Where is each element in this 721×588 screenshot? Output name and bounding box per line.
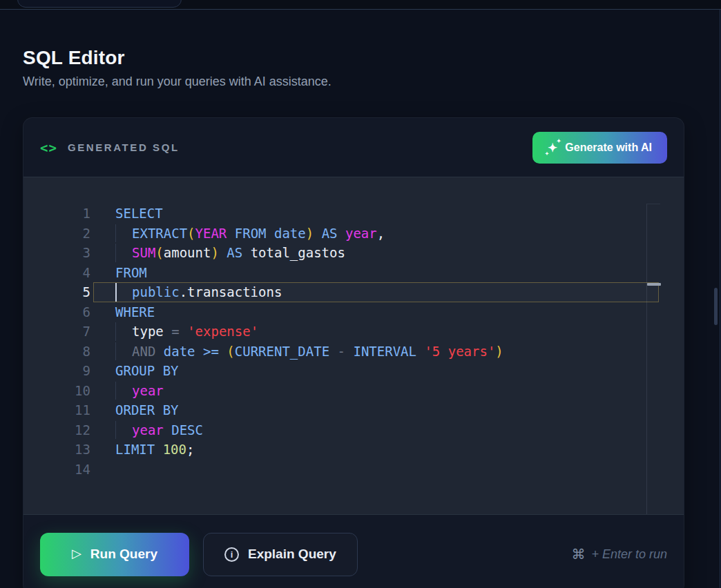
top-cutoff-element xyxy=(17,0,182,8)
line-number: 13 xyxy=(23,440,90,460)
token: amount xyxy=(164,245,211,260)
token: SELECT xyxy=(115,206,163,221)
token: DESC xyxy=(171,422,203,438)
token: WHERE xyxy=(115,304,155,320)
token: date xyxy=(274,226,306,241)
code-line-9[interactable]: 9GROUP BY xyxy=(23,361,684,381)
panel-footer: ▷ Run Query i Explain Query ⌘ + Enter to… xyxy=(23,515,684,588)
code-line-content: AND date >= (CURRENT_DATE - INTERVAL '5 … xyxy=(93,342,659,362)
token: FROM xyxy=(235,226,267,241)
line-number: 4 xyxy=(23,263,90,283)
line-number: 14 xyxy=(23,460,90,480)
token: '5 years' xyxy=(424,344,495,359)
indent-guide xyxy=(115,322,132,341)
line-number: 12 xyxy=(23,420,90,440)
code-line-content: SUM(amount) AS total_gastos xyxy=(93,243,659,263)
token xyxy=(164,324,171,339)
main-content: SQL Editor Write, optimize, and run your… xyxy=(0,10,721,588)
code-line-content: EXTRACT(YEAR FROM date) AS year, xyxy=(93,224,659,244)
token: SUM xyxy=(132,245,155,260)
code-line-11[interactable]: 11ORDER BY xyxy=(23,400,684,420)
code-line-content: SELECT xyxy=(93,204,659,224)
play-icon: ▷ xyxy=(72,546,81,561)
code-line-content: ORDER BY xyxy=(93,400,659,420)
line-number: 2 xyxy=(23,224,90,244)
code-line-content: year xyxy=(93,381,659,401)
token: ) xyxy=(211,245,218,260)
token: YEAR xyxy=(195,226,227,241)
code-line-content: year DESC xyxy=(93,420,659,440)
explain-query-label: Explain Query xyxy=(248,547,336,562)
code-line-1[interactable]: 1SELECT xyxy=(23,204,684,224)
line-number: 6 xyxy=(23,302,90,322)
run-query-button[interactable]: ▷ Run Query xyxy=(40,533,189,576)
token xyxy=(329,344,337,359)
command-key-icon: ⌘ xyxy=(571,546,585,562)
code-line-content: LIMIT 100; xyxy=(93,440,659,460)
token: transactions xyxy=(187,284,282,300)
code-line-4[interactable]: 4FROM xyxy=(23,263,684,283)
token: ORDER BY xyxy=(115,402,179,418)
code-line-8[interactable]: 8AND date >= (CURRENT_DATE - INTERVAL '5… xyxy=(23,342,684,362)
token: ; xyxy=(186,442,194,457)
code-line-5[interactable]: 5public.transactions xyxy=(23,282,684,302)
token: 'expense' xyxy=(187,324,258,339)
token: date xyxy=(164,344,195,359)
code-line-2[interactable]: 2EXTRACT(YEAR FROM date) AS year, xyxy=(23,224,684,244)
code-line-12[interactable]: 12year DESC xyxy=(23,420,684,440)
code-line-7[interactable]: 7type = 'expense' xyxy=(23,322,684,342)
token: >= xyxy=(203,344,219,359)
sql-editor-panel: <> GENERATED SQL ✦ Generate with AI 1SEL… xyxy=(23,117,684,588)
token xyxy=(195,344,203,359)
sparkles-icon: ✦ xyxy=(548,142,557,154)
code-line-content: FROM xyxy=(93,263,659,283)
page-scrollbar-thumb[interactable] xyxy=(714,288,718,325)
token: GROUP BY xyxy=(115,363,179,378)
explain-query-button[interactable]: i Explain Query xyxy=(203,533,358,576)
token xyxy=(219,344,227,359)
info-icon: i xyxy=(224,547,239,562)
token xyxy=(314,226,321,241)
code-line-content xyxy=(93,460,659,480)
token: ) xyxy=(495,344,503,359)
token: ) xyxy=(306,226,314,241)
code-line-content: WHERE xyxy=(93,302,659,322)
token: total_gastos xyxy=(251,245,345,260)
page-subtitle: Write, optimize, and run your queries wi… xyxy=(23,75,331,89)
code-line-3[interactable]: 3SUM(amount) AS total_gastos xyxy=(23,243,684,263)
code-line-6[interactable]: 6WHERE xyxy=(23,302,684,322)
line-number: 7 xyxy=(23,322,90,342)
indent-guide xyxy=(115,382,132,400)
panel-header-label: GENERATED SQL xyxy=(68,141,180,153)
top-bar xyxy=(0,0,721,10)
token: INTERVAL xyxy=(353,344,416,359)
token xyxy=(164,422,171,438)
token: AND xyxy=(132,344,155,359)
token xyxy=(155,442,162,457)
shortcut-hint: ⌘ + Enter to run xyxy=(571,546,667,562)
editor-scrollbar-rail[interactable] xyxy=(646,204,660,514)
token: FROM xyxy=(115,265,147,280)
token: year xyxy=(132,422,164,438)
panel-header: <> GENERATED SQL ✦ Generate with AI xyxy=(23,118,684,177)
token: year xyxy=(132,383,164,398)
run-query-label: Run Query xyxy=(90,547,157,562)
code-line-13[interactable]: 13LIMIT 100; xyxy=(23,440,684,460)
token xyxy=(267,226,274,241)
generate-with-ai-button[interactable]: ✦ Generate with AI xyxy=(532,132,667,164)
token: ( xyxy=(227,344,234,359)
code-line-14[interactable]: 14 xyxy=(23,460,684,480)
generate-with-ai-label: Generate with AI xyxy=(565,141,652,154)
code-line-10[interactable]: 10year xyxy=(23,381,684,401)
page-right-border xyxy=(720,10,720,588)
token xyxy=(345,344,353,359)
token: - xyxy=(338,344,345,359)
token: AS xyxy=(322,226,338,241)
line-number: 10 xyxy=(23,381,90,401)
token: ( xyxy=(187,226,195,241)
line-number: 3 xyxy=(23,243,90,263)
line-number: 1 xyxy=(23,204,90,224)
indent-guide xyxy=(115,342,132,361)
token: 100 xyxy=(163,442,186,457)
sql-code-editor[interactable]: 1SELECT2EXTRACT(YEAR FROM date) AS year,… xyxy=(23,177,684,515)
